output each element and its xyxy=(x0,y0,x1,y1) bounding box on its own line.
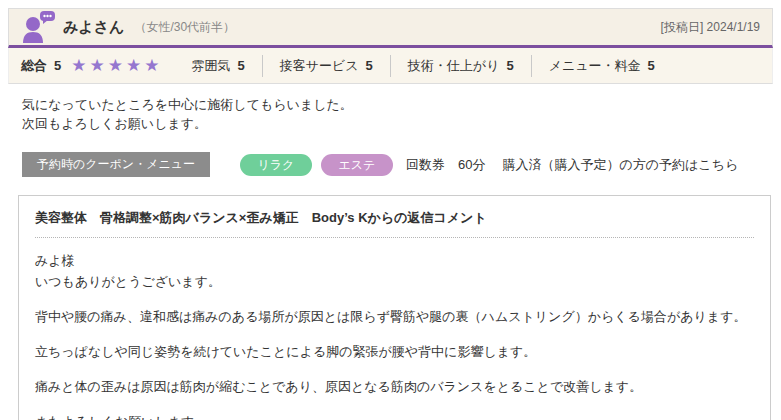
reviewer-name: みよさん xyxy=(63,18,124,37)
review-header: みよさん （女性/30代前半） [投稿日] 2024/1/19 xyxy=(8,8,773,48)
rating-overall-value: 5 xyxy=(54,58,61,73)
person-speech-bubble-icon xyxy=(21,11,57,43)
rating-item-skill: 技術・仕上がり 5 xyxy=(390,55,531,77)
reply-paragraph: いつもありがとうございます。 xyxy=(35,271,754,292)
reply-paragraph: 痛みと体の歪みは原因は筋肉が縮むことであり、原因となる筋肉のバランスをとることで… xyxy=(35,376,754,397)
reply-paragraph: みよ様 xyxy=(35,250,754,271)
dotted-divider xyxy=(35,237,754,238)
salon-reply-title: 美容整体 骨格調整×筋肉バランス×歪み矯正 Body’s Kからの返信コメント xyxy=(35,209,754,227)
rating-item-value: 5 xyxy=(237,58,244,73)
reply-paragraph: 立ちっぱなしや同じ姿勢を続けていたことによる脚の緊張が腰や背中に影響します。 xyxy=(35,341,754,362)
coupon-menu-name: 回数券 60分 xyxy=(406,156,485,174)
rating-item-label: メニュー・料金 xyxy=(549,57,641,75)
star-rating-icon: ★★★★★ xyxy=(71,57,162,74)
rating-item-value: 5 xyxy=(648,58,655,73)
rating-item-label: 接客サービス xyxy=(280,57,359,75)
user-avatar-icon xyxy=(21,11,57,43)
tag-esthetic: エステ xyxy=(321,154,393,176)
coupon-menu-badge: 予約時のクーポン・メニュー xyxy=(22,152,210,177)
rating-overall-label: 総合 xyxy=(21,57,47,75)
salon-reply-box: 美容整体 骨格調整×筋肉バランス×歪み矯正 Body’s Kからの返信コメント … xyxy=(18,195,771,420)
review-text: 気になっていたところを中心に施術してもらいました。 次回もよろしくお願いします。 xyxy=(8,84,773,133)
review-line: 気になっていたところを中心に施術してもらいました。 xyxy=(22,95,759,114)
post-date: [投稿日] 2024/1/19 xyxy=(661,19,760,36)
rating-item-service: 接客サービス 5 xyxy=(262,55,390,77)
tag-relax: リラク xyxy=(240,154,312,176)
reply-paragraph: またよろしくお願いします。 xyxy=(35,411,754,420)
rating-item-atmosphere: 雰囲気 5 xyxy=(174,55,261,77)
rating-overall: 総合 5 ★★★★★ xyxy=(21,57,174,75)
coupon-menu-row: 予約時のクーポン・メニュー リラク エステ 回数券 60分 購入済（購入予定）の… xyxy=(22,152,773,177)
review-page: みよさん （女性/30代前半） [投稿日] 2024/1/19 総合 5 ★★★… xyxy=(0,0,781,420)
rating-item-value: 5 xyxy=(366,58,373,73)
review-line: 次回もよろしくお願いします。 xyxy=(22,114,759,133)
reply-paragraph: 背中や腰の痛み、違和感は痛みのある場所が原因とは限らず臀筋や腿の裏（ハムストリン… xyxy=(35,306,754,327)
reservation-link[interactable]: 購入済（購入予定）の方の予約はこちら xyxy=(502,156,738,174)
rating-item-price: メニュー・料金 5 xyxy=(531,55,672,77)
ratings-bar: 総合 5 ★★★★★ 雰囲気 5 接客サービス 5 技術・仕上がり 5 メニュー… xyxy=(8,48,773,84)
rating-item-value: 5 xyxy=(506,58,513,73)
reviewer-profile: （女性/30代前半） xyxy=(134,19,235,36)
rating-item-label: 技術・仕上がり xyxy=(408,57,500,75)
rating-item-label: 雰囲気 xyxy=(191,57,230,75)
